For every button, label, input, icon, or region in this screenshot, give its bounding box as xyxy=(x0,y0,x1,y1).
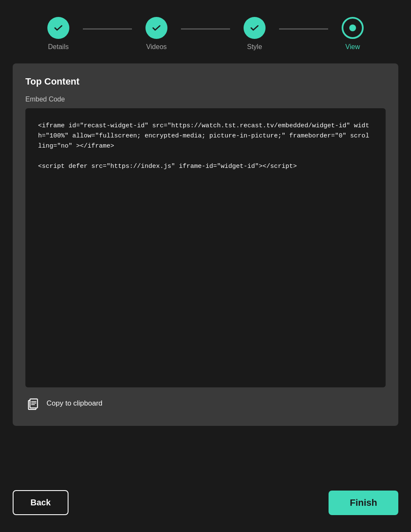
step-style: Style xyxy=(230,17,279,51)
connector-2 xyxy=(181,28,230,30)
step-videos: Videos xyxy=(132,17,181,51)
card-title: Top Content xyxy=(25,76,386,87)
stepper: Details Videos Style View xyxy=(0,0,411,63)
connector-1 xyxy=(83,28,132,30)
step-videos-label: Videos xyxy=(146,43,167,51)
embed-code-label: Embed Code xyxy=(25,96,386,103)
step-details-circle xyxy=(47,17,69,39)
step-view: View xyxy=(328,17,377,51)
check-icon-2 xyxy=(151,23,162,33)
back-button[interactable]: Back xyxy=(13,490,68,515)
check-icon-3 xyxy=(249,23,260,33)
finish-button[interactable]: Finish xyxy=(329,491,398,515)
connector-3 xyxy=(279,28,328,30)
main-content: Top Content Embed Code <iframe id="recas… xyxy=(0,63,411,477)
embed-code-box[interactable]: <iframe id="recast-widget-id" src="https… xyxy=(25,108,386,387)
check-icon xyxy=(53,23,63,33)
step-videos-circle xyxy=(145,17,167,39)
step-details: Details xyxy=(34,17,83,51)
step-details-label: Details xyxy=(48,43,69,51)
step-view-circle xyxy=(342,17,364,39)
copy-to-clipboard-button[interactable]: Copy to clipboard xyxy=(25,387,386,413)
top-content-card: Top Content Embed Code <iframe id="recas… xyxy=(13,63,398,426)
active-dot xyxy=(349,25,356,31)
step-style-circle xyxy=(244,17,266,39)
copy-icon xyxy=(25,396,41,411)
step-style-label: Style xyxy=(247,43,262,51)
step-view-label: View xyxy=(345,43,360,51)
footer: Back Finish xyxy=(0,477,411,532)
copy-label: Copy to clipboard xyxy=(47,399,102,408)
clipboard-icon xyxy=(26,397,40,410)
